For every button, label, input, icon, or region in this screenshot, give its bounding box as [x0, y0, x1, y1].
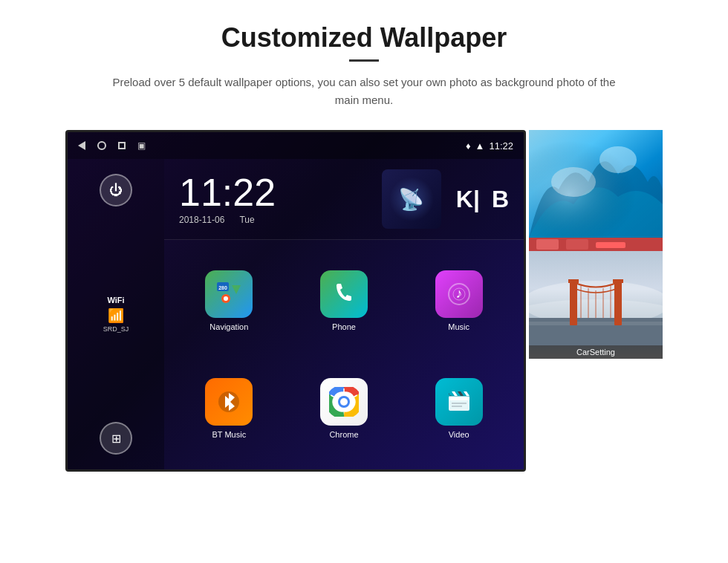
status-bar: ▣ ♦ ▲ 11:22 — [68, 132, 524, 159]
app-item-bt-music[interactable]: BT Music — [172, 355, 287, 463]
page-description: Preload over 5 default wallpaper options… — [104, 74, 624, 109]
navigation-app-icon: 280 — [205, 270, 253, 318]
bt-music-app-label: BT Music — [212, 430, 247, 439]
svg-point-11 — [340, 398, 348, 406]
wifi-status-icon: ▲ — [475, 140, 485, 152]
svg-rect-26 — [566, 239, 588, 250]
wifi-info: WiFi 📶 SRD_SJ — [103, 296, 129, 333]
app-item-chrome[interactable]: Chrome — [287, 355, 402, 463]
b-label: B — [492, 186, 509, 213]
app-item-phone[interactable]: Phone — [287, 247, 402, 355]
svg-text:280: 280 — [218, 285, 227, 290]
svg-rect-16 — [449, 396, 469, 400]
svg-rect-27 — [596, 242, 625, 248]
status-right: ♦ ▲ 11:22 — [466, 140, 513, 152]
svg-text:♪: ♪ — [455, 286, 462, 301]
page-container: Customized Wallpaper Preload over 5 defa… — [0, 0, 728, 563]
svg-rect-32 — [529, 322, 663, 325]
music-app-icon: ♪ — [435, 270, 483, 318]
clock-area: 11:22 2018-11-06 Tue 📡 K| B — [164, 159, 524, 240]
recents-icon[interactable] — [118, 142, 126, 149]
app-grid: 280 Navigation — [164, 240, 524, 469]
wallpaper-thumbnails: CarSetting — [529, 130, 663, 359]
main-content: ⏻ WiFi 📶 SRD_SJ ⊞ 11:22 — [68, 159, 524, 469]
media-glow — [389, 177, 434, 221]
wifi-network-name: SRD_SJ — [103, 325, 129, 333]
svg-rect-23 — [529, 130, 663, 238]
clock-date-value: 2018-11-06 — [179, 215, 224, 225]
clock-day-value: Tue — [239, 215, 254, 225]
media-widget[interactable]: 📡 — [382, 169, 441, 229]
svg-rect-33 — [570, 281, 577, 325]
power-button[interactable]: ⏻ — [100, 174, 132, 206]
phone-app-icon — [320, 270, 368, 318]
clock-section: 11:22 2018-11-06 Tue — [179, 173, 367, 225]
nav-icons: ▣ — [78, 140, 146, 151]
music-app-label: Music — [448, 322, 469, 331]
svg-rect-34 — [614, 281, 622, 325]
apps-button[interactable]: ⊞ — [100, 422, 132, 455]
location-icon: ♦ — [466, 140, 471, 152]
wallpaper-thumb-ice-cave[interactable] — [529, 130, 663, 238]
app-item-video[interactable]: Video — [401, 355, 516, 463]
clock-date: 2018-11-06 Tue — [179, 215, 367, 225]
app-item-navigation[interactable]: 280 Navigation — [172, 247, 287, 355]
wallpaper-strip — [529, 238, 663, 251]
app-item-music[interactable]: ♪ Music — [401, 247, 516, 355]
phone-app-label: Phone — [332, 322, 356, 331]
right-labels: K| B — [456, 186, 509, 213]
chrome-app-icon — [320, 378, 368, 426]
carsetting-label: CarSetting — [529, 345, 663, 359]
wallpaper-thumb-bridge[interactable]: CarSetting — [529, 251, 663, 359]
center-content: 11:22 2018-11-06 Tue 📡 K| B — [164, 159, 524, 469]
android-screen: ▣ ♦ ▲ 11:22 ⏻ WiFi 📶 SRD_SJ — [65, 130, 526, 472]
chrome-app-label: Chrome — [329, 430, 358, 439]
left-sidebar: ⏻ WiFi 📶 SRD_SJ ⊞ — [68, 159, 164, 469]
back-icon[interactable] — [78, 141, 85, 150]
video-app-icon — [435, 378, 483, 426]
wifi-label: WiFi — [103, 296, 129, 305]
navigation-app-label: Navigation — [209, 322, 248, 331]
page-title: Customized Wallpaper — [221, 22, 507, 53]
bt-music-app-icon — [205, 378, 253, 426]
video-app-label: Video — [449, 430, 469, 439]
screenshot-icon[interactable]: ▣ — [137, 140, 146, 151]
status-time: 11:22 — [489, 140, 513, 152]
clock-time: 11:22 — [179, 173, 367, 212]
svg-rect-25 — [536, 239, 559, 250]
device-container: ▣ ♦ ▲ 11:22 ⏻ WiFi 📶 SRD_SJ — [65, 130, 663, 472]
title-divider — [349, 59, 379, 62]
home-icon[interactable] — [97, 141, 106, 150]
ki-label: K| — [456, 186, 480, 213]
svg-point-4 — [224, 296, 228, 301]
wifi-bars-icon: 📶 — [103, 307, 129, 324]
